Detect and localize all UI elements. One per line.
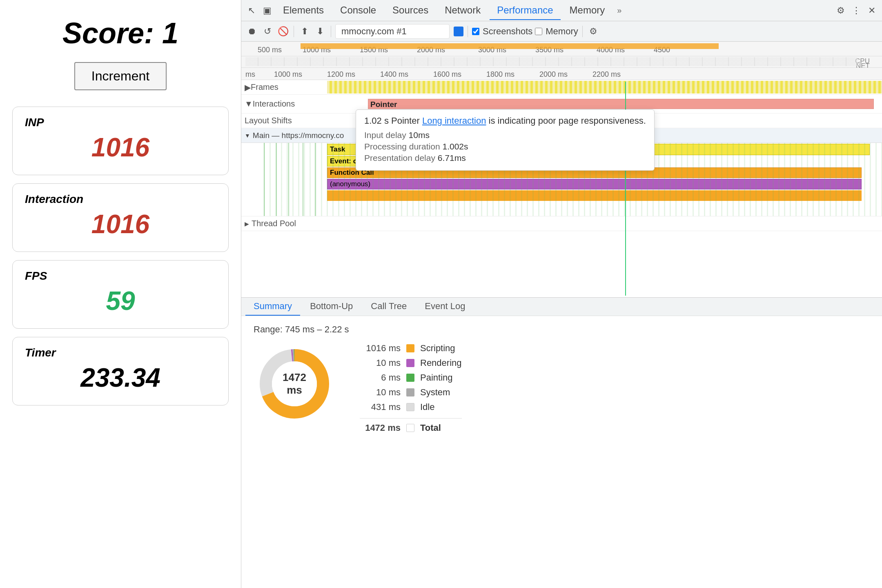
toolbar-separator-3 <box>468 26 468 37</box>
memory-checkbox[interactable] <box>535 28 542 35</box>
vline-1 <box>264 143 265 216</box>
tab-bottom-up[interactable]: Bottom-Up <box>302 298 361 316</box>
toolbar-separator-1 <box>294 26 294 37</box>
timer-value: 233.34 <box>25 363 216 393</box>
tab-console[interactable]: Console <box>333 1 383 20</box>
tab-network[interactable]: Network <box>437 1 488 20</box>
thread-pool-label: Thread Pool <box>252 219 296 228</box>
thread-pool-row: ▶ Thread Pool <box>241 216 882 231</box>
timer-label: Timer <box>25 346 216 359</box>
interactions-row[interactable]: ▼ Interactions Pointer 1.02 s Pointer Lo… <box>241 95 882 114</box>
device-icon[interactable]: ▣ <box>260 4 274 18</box>
download-button[interactable]: ⬇ <box>314 25 327 38</box>
tab-sources[interactable]: Sources <box>385 1 436 20</box>
legend-rendering: 10 ms Rendering <box>360 358 462 368</box>
long-interaction-link[interactable]: Long interaction <box>422 116 486 126</box>
devtools-panel: ↖ ▣ Elements Console Sources Network Per… <box>241 0 882 588</box>
cpu-net-row: CPU NET <box>241 56 882 68</box>
presentation-value: 6.71ms <box>438 153 466 163</box>
devtools-header: ↖ ▣ Elements Console Sources Network Per… <box>241 0 882 21</box>
tl-1000: 1000 ms <box>274 70 302 79</box>
url-dropdown[interactable] <box>454 27 463 36</box>
interactions-label: Interactions <box>253 99 295 109</box>
legend-scripting: 1016 ms Scripting <box>360 343 462 354</box>
main-arrow: ▼ <box>245 132 250 139</box>
painting-name: Painting <box>420 372 453 383</box>
increment-button[interactable]: Increment <box>74 62 167 90</box>
close-icon[interactable]: ✕ <box>865 4 879 18</box>
cursor-icon[interactable]: ↖ <box>245 4 258 18</box>
input-delay-key: Input delay <box>364 130 406 140</box>
timeline-scroll[interactable]: ▶ Frames ▼ Interactions Pointer 1.02 s P… <box>241 80 882 297</box>
tooltip-time: 1.02 s <box>364 116 389 126</box>
total-dot <box>406 424 414 432</box>
summary-panel: Range: 745 ms – 2.22 s <box>241 316 882 588</box>
tl-1400: 1400 ms <box>380 70 408 79</box>
tab-performance[interactable]: Performance <box>490 1 560 20</box>
total-ms: 1472 ms <box>360 423 401 433</box>
vline-5 <box>315 143 316 216</box>
inp-label: INP <box>25 116 216 129</box>
tl-ms: ms <box>245 70 255 79</box>
clear-button[interactable]: 🚫 <box>276 25 290 38</box>
vline-3 <box>288 143 289 216</box>
more-tabs-button[interactable]: » <box>614 4 625 17</box>
legend-total: 1472 ms Total <box>360 418 462 433</box>
layout-shifts-label: Layout Shifts <box>245 116 292 125</box>
rendering-dot <box>406 359 414 367</box>
time-ruler-top: 500 ms 1000 ms 1500 ms 2000 ms 3000 ms 3… <box>241 42 882 56</box>
tab-elements[interactable]: Elements <box>276 1 331 20</box>
cpu-mini-bar <box>301 43 719 49</box>
tooltip-input-delay: Input delay 10ms <box>364 130 646 140</box>
capture-settings-icon[interactable]: ⚙ <box>587 25 600 38</box>
total-name: Total <box>420 423 441 433</box>
time-ruler-mid: ms 1000 ms 1200 ms 1400 ms 1600 ms 1800 … <box>241 68 882 80</box>
url-bar: mmocny.com #1 <box>335 24 450 39</box>
fps-value: 59 <box>25 286 216 316</box>
summary-content: 1472 ms 1016 ms Scripting 10 ms Renderin… <box>254 343 870 433</box>
more-options-icon[interactable]: ⋮ <box>849 4 863 18</box>
summary-range: Range: 745 ms – 2.22 s <box>254 324 870 335</box>
frames-arrow: ▶ <box>245 82 251 92</box>
tl-1800: 1800 ms <box>486 70 514 79</box>
idle-name: Idle <box>420 402 434 412</box>
reload-button[interactable]: ↺ <box>261 25 274 38</box>
legend-idle: 431 ms Idle <box>360 402 462 412</box>
tooltip-presentation: Presentation delay 6.71ms <box>364 153 646 163</box>
interaction-value: 1016 <box>25 209 216 239</box>
settings-icon[interactable]: ⚙ <box>834 4 848 18</box>
tooltip-processing: Processing duration 1.002s <box>364 142 646 151</box>
upload-button[interactable]: ⬆ <box>298 25 311 38</box>
main-thread-text: Main — https://mmocny.co <box>253 131 344 140</box>
vline-2 <box>276 143 277 216</box>
painting-dot <box>406 374 414 382</box>
pointer-label: Pointer <box>370 100 397 109</box>
toolbar-separator-4 <box>582 26 583 37</box>
interaction-label: Interaction <box>25 193 216 206</box>
pointer-bar[interactable] <box>368 99 874 109</box>
processing-key: Processing duration <box>364 142 440 151</box>
tab-call-tree[interactable]: Call Tree <box>363 298 415 316</box>
legend-system: 10 ms System <box>360 387 462 398</box>
interaction-tooltip: 1.02 s Pointer Long interaction is indic… <box>356 109 655 171</box>
score-title: Score: 1 <box>62 16 178 50</box>
legend-painting: 6 ms Painting <box>360 372 462 383</box>
painting-ms: 6 ms <box>360 372 401 383</box>
tl-1600: 1600 ms <box>433 70 461 79</box>
screenshots-checkbox[interactable] <box>472 28 479 35</box>
timer-card: Timer 233.34 <box>12 337 229 405</box>
scripting-name: Scripting <box>420 343 455 354</box>
tab-event-log[interactable]: Event Log <box>416 298 473 316</box>
tab-memory[interactable]: Memory <box>562 1 612 20</box>
record-button[interactable]: ⏺ <box>245 25 258 38</box>
memory-checkbox-group: Memory <box>535 26 578 37</box>
inp-value: 1016 <box>25 132 216 163</box>
tooltip-suffix-text: is indicating poor page responsiveness. <box>489 116 646 126</box>
tab-summary[interactable]: Summary <box>245 298 300 316</box>
tl-2200: 2200 ms <box>592 70 621 79</box>
anonymous-bar[interactable]: (anonymous) <box>327 179 862 189</box>
tl-2000: 2000 ms <box>539 70 568 79</box>
timeline-area: 500 ms 1000 ms 1500 ms 2000 ms 3000 ms 3… <box>241 42 882 297</box>
thread-pool-arrow: ▶ <box>245 220 249 227</box>
screenshots-checkbox-group: Screenshots <box>472 26 532 37</box>
